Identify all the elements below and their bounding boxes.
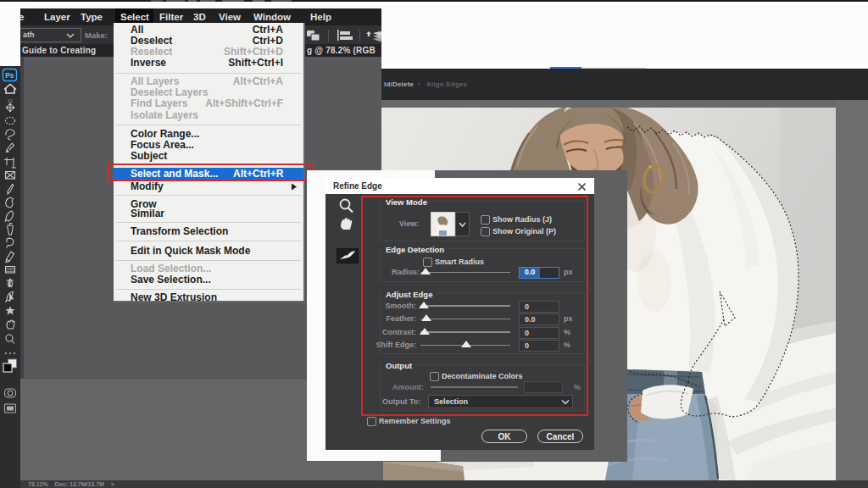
svg-text:T: T [7,277,14,289]
svg-text:Ps: Ps [5,71,14,80]
